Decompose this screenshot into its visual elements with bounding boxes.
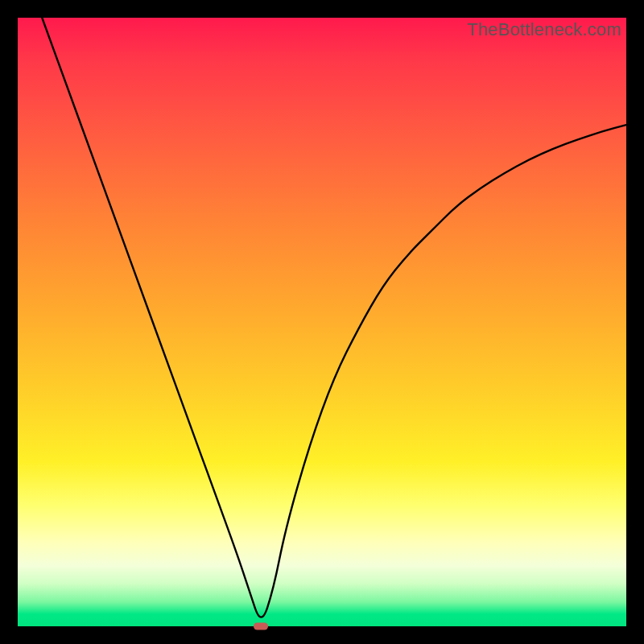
bottleneck-curve [18, 18, 626, 626]
chart-plot-area: TheBottleneck.com [18, 18, 626, 626]
chart-frame: TheBottleneck.com [0, 0, 644, 644]
optimal-point-marker [254, 623, 268, 630]
